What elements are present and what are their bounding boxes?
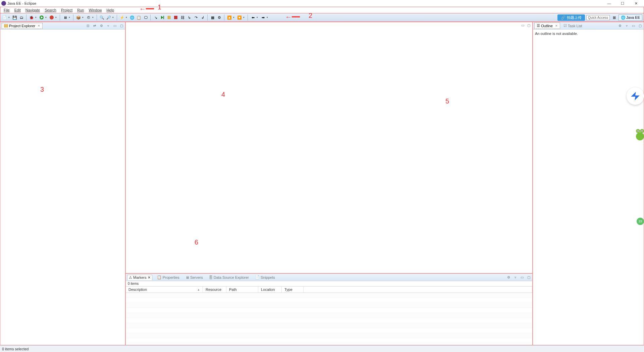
step-return-icon[interactable]: ↲: [200, 14, 206, 20]
menu-search[interactable]: Search: [43, 7, 58, 13]
run-icon[interactable]: [39, 14, 45, 20]
minimize-view-icon[interactable]: ▭: [112, 24, 117, 28]
dropdown-icon[interactable]: ▾: [8, 16, 11, 19]
col-type[interactable]: Type: [282, 287, 304, 293]
thunder-app-icon[interactable]: [627, 87, 644, 105]
screen-icon[interactable]: 🖵: [143, 14, 149, 20]
tab-snippets[interactable]: 📄 Snippets: [254, 275, 276, 280]
col-location[interactable]: Location: [258, 287, 282, 293]
maximize-view-icon[interactable]: ▢: [638, 24, 642, 28]
disconnect-icon[interactable]: ⛓: [179, 14, 185, 20]
dropdown-icon[interactable]: ▾: [233, 16, 236, 19]
suspend-icon[interactable]: [166, 14, 172, 20]
run-ext-icon[interactable]: [49, 14, 55, 20]
skip-icon[interactable]: ↘: [153, 14, 159, 20]
dropdown-icon[interactable]: ▾: [92, 16, 95, 19]
menu-project[interactable]: Project: [59, 7, 74, 13]
minimize-button[interactable]: —: [602, 0, 616, 7]
tab-task-list[interactable]: ☑ Task List: [562, 23, 584, 28]
menu-edit[interactable]: Edit: [12, 7, 23, 13]
filter-icon[interactable]: ⚙: [506, 275, 511, 280]
menu-run[interactable]: Run: [75, 7, 86, 13]
menu-window[interactable]: Window: [87, 7, 104, 13]
markers-rows[interactable]: [126, 293, 532, 345]
step-over-icon[interactable]: ↷: [193, 14, 199, 20]
maximize-view-icon[interactable]: ▢: [119, 24, 124, 28]
close-icon[interactable]: ✕: [38, 24, 40, 28]
link-editor-icon[interactable]: ⇄: [92, 24, 97, 28]
dropdown-icon[interactable]: ▾: [257, 16, 259, 19]
use-step-icon[interactable]: ⚙: [216, 14, 222, 20]
new-server-icon[interactable]: 🖥: [62, 14, 68, 20]
terminate-icon[interactable]: [173, 14, 179, 20]
col-path[interactable]: Path: [226, 287, 258, 293]
upload-pill[interactable]: 🔗 拍题上传: [557, 14, 585, 21]
quick-access-field[interactable]: Quick Access: [586, 15, 610, 20]
tab-outline[interactable]: ☰ Outline ✕: [534, 23, 560, 29]
open-type-icon[interactable]: 🔍: [99, 14, 105, 20]
collapse-all-icon[interactable]: ⊟: [86, 24, 90, 28]
badge-icon[interactable]: 23: [637, 218, 644, 225]
menu-help[interactable]: Help: [105, 7, 116, 13]
filter-icon[interactable]: ⚙: [99, 24, 104, 28]
back-icon[interactable]: ⬅: [250, 14, 256, 20]
tab-project-explorer[interactable]: Project Explorer ✕: [2, 23, 43, 29]
close-button[interactable]: ✕: [629, 0, 643, 7]
save-icon[interactable]: 💾: [12, 14, 18, 20]
new-class-icon[interactable]: ©: [86, 14, 92, 20]
separator: [60, 14, 60, 20]
next-annot-icon[interactable]: 🔽: [236, 14, 243, 20]
right-toolbar: ⚙ ▿ ▭ ▢: [618, 24, 642, 28]
resume-icon[interactable]: [159, 14, 165, 20]
editor-area[interactable]: ▭ ▢: [125, 22, 533, 273]
open-perspective-icon[interactable]: ⊞: [611, 14, 617, 20]
maximize-view-icon[interactable]: ▢: [526, 275, 531, 280]
tab-data-source-explorer[interactable]: 🗄 Data Source Explorer: [208, 275, 250, 280]
search-icon[interactable]: 🔎: [106, 14, 112, 20]
project-explorer-body[interactable]: [0, 30, 125, 345]
dropdown-icon[interactable]: ▾: [69, 16, 71, 19]
jsp-icon[interactable]: 📋: [136, 14, 142, 20]
minimize-view-icon[interactable]: ▭: [520, 275, 524, 280]
drop-icon[interactable]: ▦: [210, 14, 216, 20]
dropdown-icon[interactable]: ▾: [55, 16, 58, 19]
dropdown-icon[interactable]: ▾: [82, 16, 85, 19]
menu-icon[interactable]: ▿: [624, 24, 629, 28]
tab-servers[interactable]: 🖥 Servers: [184, 275, 204, 280]
frog-app-icon[interactable]: [636, 128, 644, 140]
forward-icon[interactable]: ➡: [260, 14, 266, 20]
save-all-icon[interactable]: 🗂: [18, 14, 24, 20]
maximize-editor-icon[interactable]: ▢: [526, 23, 531, 28]
new-icon[interactable]: 📄: [2, 14, 8, 20]
close-icon[interactable]: ✕: [555, 24, 558, 28]
minimize-editor-icon[interactable]: ▭: [520, 23, 525, 28]
menu-icon[interactable]: ▿: [513, 275, 518, 280]
col-description[interactable]: Description ▲: [126, 287, 203, 293]
dropdown-icon[interactable]: ▾: [45, 16, 48, 19]
globe-icon[interactable]: 🌐: [129, 14, 135, 20]
tab-properties[interactable]: 📋 Properties: [156, 275, 181, 280]
new-package-icon[interactable]: 📦: [75, 14, 82, 20]
dropdown-icon[interactable]: ▾: [243, 16, 246, 19]
minimize-view-icon[interactable]: ▭: [631, 24, 636, 28]
filter-icon[interactable]: ⚙: [618, 24, 622, 28]
svg-rect-8: [4, 25, 8, 27]
maximize-button[interactable]: ☐: [616, 0, 629, 7]
menu-file[interactable]: File: [2, 7, 12, 13]
dropdown-icon[interactable]: ▾: [35, 16, 38, 19]
dropdown-icon[interactable]: ▾: [126, 16, 128, 19]
dropdown-icon[interactable]: ▾: [267, 16, 269, 19]
menu-icon[interactable]: ▿: [106, 24, 110, 28]
dropdown-icon[interactable]: ▾: [112, 16, 115, 19]
perspective-javaee[interactable]: 🌐 Java EE: [619, 14, 642, 21]
markers-header: Description ▲ Resource Path Location Typ…: [126, 286, 532, 293]
close-icon[interactable]: ✕: [148, 275, 151, 280]
menubar: File Edit Navigate Search Project Run Wi…: [0, 7, 644, 13]
prev-annot-icon[interactable]: 🔼: [226, 14, 232, 20]
tab-markers[interactable]: ⚠ Markers ✕: [127, 275, 152, 280]
wand-icon[interactable]: ⚡: [119, 14, 125, 20]
step-into-icon[interactable]: ↳: [186, 14, 192, 20]
menu-navigate[interactable]: Navigate: [23, 7, 42, 13]
col-resource[interactable]: Resource: [203, 287, 226, 293]
debug-icon[interactable]: 🐞: [29, 14, 35, 20]
